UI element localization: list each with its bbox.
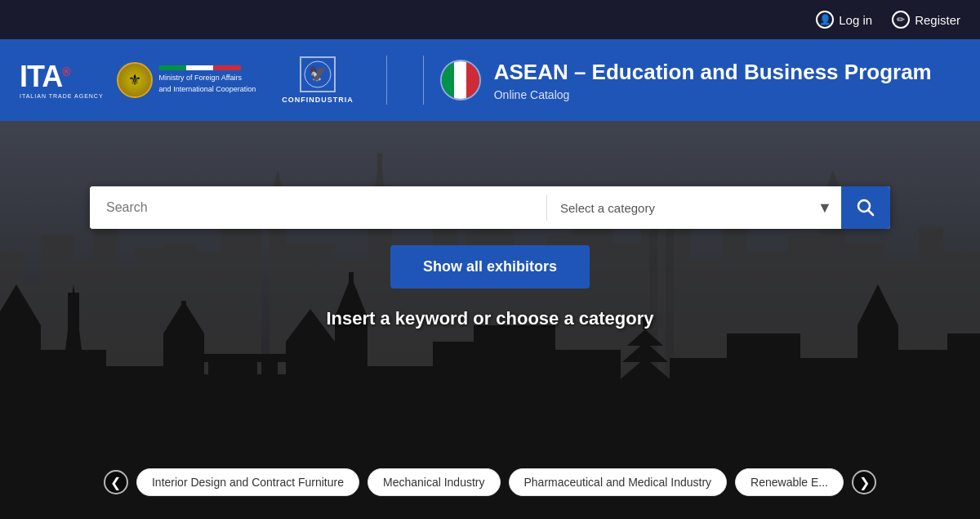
- italian-flag-bar: [159, 65, 241, 70]
- category-tag-label: Pharmaceutical and Medical Industry: [524, 476, 712, 489]
- conf-emblem: 🦅: [300, 56, 336, 92]
- header-title-block: ASEAN – Education and Business Program O…: [494, 60, 932, 101]
- category-tag-mechanical[interactable]: Mechanical Industry: [368, 468, 501, 496]
- conf-name: CONFINDUSTRIA: [282, 96, 354, 104]
- ita-logo: ITA ® ITALIAN TRADE AGENCY: [20, 62, 104, 99]
- show-all-label: Show all exhibitors: [423, 258, 557, 275]
- search-section: Select a category Interior Design and Co…: [0, 186, 980, 329]
- category-tag-label: Renewable E...: [751, 476, 828, 489]
- register-label: Register: [915, 13, 960, 27]
- login-button[interactable]: 👤 Log in: [816, 11, 872, 29]
- top-navigation: 👤 Log in ✏ Register: [0, 0, 980, 39]
- hero-section: Select a category Interior Design and Co…: [0, 121, 980, 519]
- category-tags-row: ❮ Interior Design and Contract Furniture…: [0, 468, 980, 496]
- header-divider: [423, 56, 424, 105]
- login-icon: 👤: [816, 11, 834, 29]
- search-icon: [857, 199, 875, 217]
- ministry-text-block: Ministry of Foreign Affairs and Internat…: [159, 65, 256, 95]
- ministry-name: Ministry of Foreign Affairs and Internat…: [159, 73, 256, 95]
- category-select[interactable]: Select a category Interior Design and Co…: [547, 186, 808, 229]
- login-label: Log in: [839, 13, 872, 27]
- category-tag-label: Mechanical Industry: [383, 476, 485, 489]
- ministry-logo: ⚜ Ministry of Foreign Affairs and Intern…: [117, 62, 256, 98]
- category-tag-pharma[interactable]: Pharmaceutical and Medical Industry: [509, 468, 728, 496]
- search-button[interactable]: [841, 186, 890, 229]
- flag-red: [466, 61, 479, 99]
- page-title: ASEAN – Education and Business Program: [494, 60, 932, 85]
- category-tag-renewable[interactable]: Renewable E...: [735, 468, 844, 496]
- category-tag-label: Interior Design and Contract Furniture: [152, 476, 344, 489]
- ita-subtext: ITALIAN TRADE AGENCY: [20, 93, 104, 99]
- conf-eagle-icon: 🦅: [303, 60, 332, 89]
- register-icon: ✏: [892, 11, 910, 29]
- site-header: ITA ® ITALIAN TRADE AGENCY ⚜ Ministry of…: [0, 39, 980, 121]
- flag-white: [454, 61, 466, 99]
- chevron-down-icon: ▼: [808, 186, 841, 229]
- flag-green: [442, 61, 454, 99]
- prev-category-button[interactable]: ❮: [104, 470, 128, 494]
- ita-text: ITA: [20, 62, 62, 92]
- svg-text:🦅: 🦅: [309, 65, 327, 83]
- search-input[interactable]: [90, 186, 546, 229]
- show-all-exhibitors-button[interactable]: Show all exhibitors: [390, 245, 590, 289]
- chevron-left-icon: ❮: [110, 475, 121, 490]
- logos-group: ITA ® ITALIAN TRADE AGENCY ⚜ Ministry of…: [20, 56, 387, 105]
- italian-flag-circle: [440, 60, 481, 101]
- search-bar: Select a category Interior Design and Co…: [90, 186, 890, 229]
- chevron-right-icon: ❯: [859, 475, 870, 490]
- ita-superscript: ®: [62, 65, 70, 78]
- keyword-hint: Insert a keyword or choose a category: [326, 308, 653, 329]
- svg-line-88: [869, 211, 874, 216]
- page-subtitle: Online Catalog: [494, 88, 932, 101]
- next-category-button[interactable]: ❯: [852, 470, 876, 494]
- confindustria-logo: 🦅 CONFINDUSTRIA: [269, 56, 367, 104]
- category-tag-interior[interactable]: Interior Design and Contract Furniture: [136, 468, 359, 496]
- register-button[interactable]: ✏ Register: [892, 11, 960, 29]
- ministry-emblem: ⚜: [117, 62, 153, 98]
